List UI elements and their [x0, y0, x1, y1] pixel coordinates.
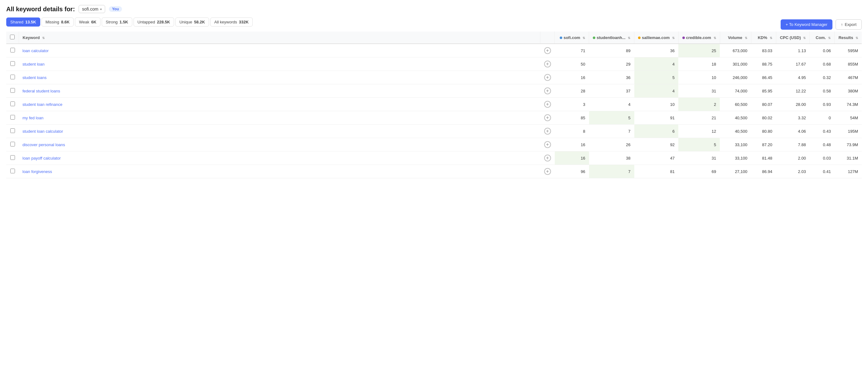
studentloanh-cell: 7	[589, 125, 634, 138]
row-checkbox-1[interactable]	[10, 61, 15, 66]
add-cell[interactable]: +	[540, 98, 555, 111]
select-all-header[interactable]	[6, 32, 19, 44]
add-button[interactable]: +	[544, 61, 551, 67]
domain-selector[interactable]: sofi.com ▾	[79, 5, 105, 13]
row-checkbox-cell[interactable]	[6, 125, 19, 138]
add-button[interactable]: +	[544, 128, 551, 135]
studentloanh-cell: 5	[589, 111, 634, 125]
sofi-cell: 16	[555, 151, 589, 165]
keyword-link[interactable]: student loan calculator	[23, 129, 63, 134]
keyword-link[interactable]: loan payoff calculator	[23, 156, 61, 161]
tab-weak[interactable]: Weak 6K	[75, 18, 100, 27]
kd-cell: 88.75	[751, 57, 776, 71]
row-checkbox-cell[interactable]	[6, 151, 19, 165]
row-checkbox-cell[interactable]	[6, 57, 19, 71]
com-cell: 0	[810, 111, 835, 125]
add-button[interactable]: +	[544, 154, 551, 162]
tab-strong[interactable]: Strong 1.5K	[102, 18, 132, 27]
results-cell: 31.1M	[835, 151, 862, 165]
keyword-cell: my fed loan	[19, 111, 540, 125]
row-checkbox-8[interactable]	[10, 155, 15, 160]
tab-label-weak: Weak	[79, 20, 89, 24]
row-checkbox-7[interactable]	[10, 142, 15, 146]
add-button[interactable]: +	[544, 74, 551, 81]
row-checkbox-0[interactable]	[10, 48, 15, 53]
col-header-cpc[interactable]: CPC (USD) ⇅	[776, 32, 810, 44]
keyword-cell: loan forgiveness	[19, 165, 540, 178]
keyword-link[interactable]: loan calculator	[23, 49, 49, 53]
salliemae-cell: 81	[634, 165, 679, 178]
row-checkbox-2[interactable]	[10, 75, 15, 79]
row-checkbox-5[interactable]	[10, 115, 15, 120]
add-button[interactable]: +	[544, 101, 551, 108]
row-checkbox-9[interactable]	[10, 169, 15, 173]
kd-cell: 85.95	[751, 84, 776, 98]
row-checkbox-6[interactable]	[10, 128, 15, 133]
select-all-checkbox[interactable]	[10, 35, 15, 39]
row-checkbox-cell[interactable]	[6, 165, 19, 178]
row-checkbox-cell[interactable]	[6, 98, 19, 111]
col-header-credible[interactable]: credible.com ⇅	[678, 32, 720, 44]
row-checkbox-cell[interactable]	[6, 138, 19, 151]
col-header-com[interactable]: Com. ⇅	[810, 32, 835, 44]
keyword-link[interactable]: loan forgiveness	[23, 169, 52, 174]
add-button[interactable]: +	[544, 141, 551, 148]
add-cell[interactable]: +	[540, 57, 555, 71]
com-cell: 0.43	[810, 125, 835, 138]
keyword-link[interactable]: discover personal loans	[23, 142, 65, 147]
add-cell[interactable]: +	[540, 125, 555, 138]
tab-shared[interactable]: Shared 13.5K	[6, 18, 40, 27]
add-cell[interactable]: +	[540, 44, 555, 57]
salliemae-cell: 47	[634, 151, 679, 165]
tab-all[interactable]: All keywords 332K	[210, 18, 253, 27]
volume-cell: 33,100	[720, 151, 751, 165]
row-checkbox-cell[interactable]	[6, 111, 19, 125]
sofi-cell: 71	[555, 44, 589, 57]
col-header-sofi[interactable]: sofi.com ⇅	[555, 32, 589, 44]
studentloanh-cell: 26	[589, 138, 634, 151]
row-checkbox-cell[interactable]	[6, 71, 19, 84]
tab-label-unique: Unique	[179, 20, 192, 24]
col-header-studentloanh[interactable]: studentloanh... ⇅	[589, 32, 634, 44]
row-checkbox-4[interactable]	[10, 102, 15, 106]
tab-count-all: 332K	[239, 20, 249, 24]
add-button[interactable]: +	[544, 87, 551, 94]
tab-missing[interactable]: Missing 8.6K	[41, 18, 74, 27]
keyword-link[interactable]: federal student loans	[23, 89, 60, 93]
add-button[interactable]: +	[544, 114, 551, 121]
add-cell[interactable]: +	[540, 111, 555, 125]
add-cell[interactable]: +	[540, 165, 555, 178]
add-button[interactable]: +	[544, 168, 551, 175]
add-cell[interactable]: +	[540, 151, 555, 165]
table-row: student loan + 50 29 4 18 301,000 88.75 …	[6, 57, 862, 71]
row-checkbox-cell[interactable]	[6, 44, 19, 57]
com-cell: 0.58	[810, 84, 835, 98]
keyword-link[interactable]: my fed loan	[23, 116, 43, 120]
com-cell: 0.06	[810, 44, 835, 57]
keyword-link[interactable]: student loans	[23, 75, 46, 80]
com-cell: 0.48	[810, 138, 835, 151]
studentloanh-cell: 29	[589, 57, 634, 71]
keyword-manager-button[interactable]: + To Keyword Manager	[781, 19, 832, 30]
keyword-link[interactable]: student loan refinance	[23, 102, 62, 107]
row-checkbox-cell[interactable]	[6, 84, 19, 98]
keyword-link[interactable]: student loan	[23, 62, 44, 66]
col-header-salliemae[interactable]: salliemae.com ⇅	[634, 32, 679, 44]
col-header-keyword[interactable]: Keyword ⇅	[19, 32, 540, 44]
header-row: All keyword details for: sofi.com ▾ You	[6, 5, 862, 13]
col-header-volume[interactable]: Volume ⇅	[720, 32, 751, 44]
tab-untapped[interactable]: Untapped 228.5K	[133, 18, 174, 27]
sort-icon-keyword: ⇅	[42, 36, 44, 40]
credible-cell: 31	[678, 84, 720, 98]
export-button[interactable]: ↑ Export	[836, 19, 862, 30]
add-button[interactable]: +	[544, 47, 551, 54]
col-header-results[interactable]: Results ⇅	[835, 32, 862, 44]
row-checkbox-3[interactable]	[10, 88, 15, 93]
kd-cell: 86.45	[751, 71, 776, 84]
add-cell[interactable]: +	[540, 138, 555, 151]
col-header-kd[interactable]: KD% ⇅	[751, 32, 776, 44]
add-cell[interactable]: +	[540, 84, 555, 98]
tab-unique[interactable]: Unique 58.2K	[175, 18, 209, 27]
add-cell[interactable]: +	[540, 71, 555, 84]
sofi-cell: 8	[555, 125, 589, 138]
